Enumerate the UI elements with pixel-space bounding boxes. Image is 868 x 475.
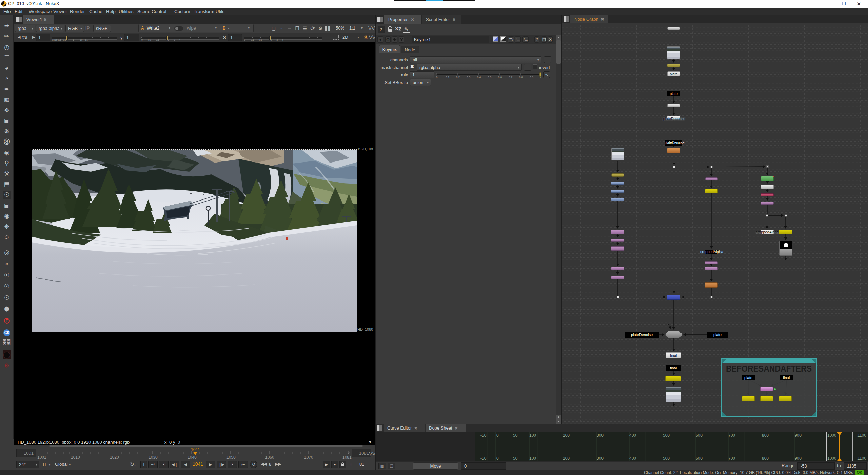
svg-text:1000: 1000 <box>827 456 836 461</box>
svg-text:1041: 1041 <box>191 448 200 452</box>
svg-text:-50: -50 <box>480 456 487 461</box>
svg-text:1010: 1010 <box>71 455 80 460</box>
svg-text:500: 500 <box>663 456 670 461</box>
svg-text:1000: 1000 <box>827 433 836 438</box>
svg-text:200: 200 <box>563 433 570 438</box>
svg-text:0: 0 <box>496 456 499 461</box>
svg-text:1060: 1060 <box>265 455 274 460</box>
svg-text:700: 700 <box>728 433 735 438</box>
svg-text:100: 100 <box>529 456 536 461</box>
svg-text:0.1: 0.1 <box>446 76 450 79</box>
svg-text:0: 0 <box>496 433 499 438</box>
svg-text:50: 50 <box>513 456 518 461</box>
svg-text:1081: 1081 <box>342 455 352 460</box>
svg-text:100: 100 <box>529 433 536 438</box>
svg-text:0.6: 0.6 <box>498 76 502 79</box>
svg-text:1070: 1070 <box>304 455 313 460</box>
svg-text:900: 900 <box>795 456 802 461</box>
svg-text:0.7: 0.7 <box>509 76 513 79</box>
svg-text:0.3: 0.3 <box>467 76 471 79</box>
svg-text:0.8: 0.8 <box>519 76 523 79</box>
svg-text:1020: 1020 <box>110 455 119 460</box>
svg-text:200: 200 <box>563 456 570 461</box>
svg-text:-50: -50 <box>480 433 487 438</box>
svg-text:0.5: 0.5 <box>488 76 492 79</box>
svg-text:0.2: 0.2 <box>456 76 460 79</box>
svg-text:800: 800 <box>762 433 769 438</box>
svg-text:1100: 1100 <box>857 456 866 461</box>
svg-text:1100: 1100 <box>857 433 866 438</box>
svg-text:600: 600 <box>696 456 703 461</box>
svg-text:50: 50 <box>513 433 518 438</box>
svg-text:300: 300 <box>597 433 604 438</box>
svg-text:800: 800 <box>762 456 769 461</box>
svg-text:400: 400 <box>629 433 636 438</box>
svg-text:900: 900 <box>795 433 802 438</box>
svg-text:1001: 1001 <box>37 455 46 460</box>
svg-text:300: 300 <box>597 456 604 461</box>
svg-text:1030: 1030 <box>149 455 158 460</box>
svg-text:700: 700 <box>728 456 735 461</box>
svg-text:0.9: 0.9 <box>530 76 534 79</box>
svg-text:400: 400 <box>629 456 636 461</box>
svg-text:500: 500 <box>663 433 670 438</box>
svg-text:600: 600 <box>696 433 703 438</box>
svg-text:0: 0 <box>436 76 438 79</box>
svg-text:0.4: 0.4 <box>477 76 481 79</box>
svg-text:1050: 1050 <box>226 455 236 460</box>
svg-text:1040: 1040 <box>188 455 197 460</box>
